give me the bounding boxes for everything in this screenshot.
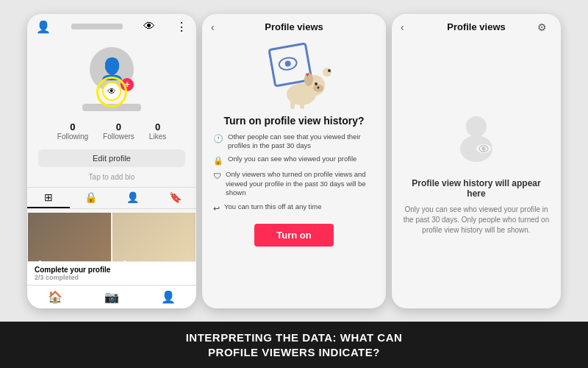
repost-tab[interactable]: 🔖: [154, 188, 197, 208]
video-grid: ▶ 0 ▶ 0: [27, 212, 196, 261]
phone3-title: Profile views: [415, 21, 537, 32]
title-line1: INTERPRETING THE DATA: WHAT CAN: [15, 330, 573, 345]
main-container: 👤 👁 ⋮ 👤 + 👁 0 Following: [0, 0, 588, 368]
person-icon: 👤: [36, 20, 51, 34]
avatar-placeholder-icon: 👤: [99, 57, 125, 81]
add-avatar-button[interactable]: +: [121, 78, 134, 91]
followers-label: Followers: [103, 132, 135, 141]
feature-icon-4: ↩: [213, 203, 220, 213]
empty-illustration: [451, 110, 502, 171]
illustration-area: ♥: [202, 38, 386, 111]
feature-text-1: Other people can see that you viewed the…: [228, 132, 375, 151]
svg-text:♥: ♥: [306, 71, 309, 78]
svg-point-9: [323, 68, 331, 77]
phone3-back-icon[interactable]: ‹: [401, 21, 415, 33]
feature-icon-1: 🕐: [213, 133, 223, 144]
likes-count: 0: [149, 121, 166, 132]
phone3-header: ‹ Profile views ⚙: [392, 14, 561, 38]
following-stat: 0 Following: [57, 121, 88, 141]
phone3-gear-icon[interactable]: ⚙: [537, 21, 552, 33]
empty-title: Profile view history will appear here: [403, 178, 550, 199]
username-bar: [71, 24, 123, 29]
nav-add[interactable]: 📷: [84, 290, 140, 304]
turn-on-section: Turn on profile view history? 🕐 Other pe…: [202, 111, 386, 308]
phone1-header: 👤 👁 ⋮: [27, 14, 196, 40]
turn-on-button-wrapper: Turn on: [213, 218, 375, 250]
svg-rect-12: [290, 100, 295, 109]
svg-point-10: [328, 69, 331, 72]
phone2-header: ‹ Profile views x: [202, 14, 386, 38]
followers-count: 0: [103, 121, 135, 132]
phone2-title: Profile views: [226, 21, 362, 32]
stats-row: 0 Following 0 Followers 0 Likes: [27, 116, 196, 146]
feature-item-2: 🔒 Only you can see who viewed your profi…: [213, 155, 375, 166]
likes-label: Likes: [149, 132, 166, 141]
back-icon[interactable]: ‹: [211, 21, 226, 33]
svg-point-8: [318, 87, 320, 89]
tagged-tab[interactable]: 👤: [112, 188, 154, 208]
following-label: Following: [57, 132, 88, 141]
feature-text-2: Only you can see who viewed your profile: [228, 155, 356, 163]
lock-tab[interactable]: 🔒: [70, 188, 112, 208]
feature-item-4: ↩ You can turn this off at any time: [213, 202, 375, 213]
title-bar: INTERPRETING THE DATA: WHAT CAN PROFILE …: [0, 322, 588, 368]
phone-profile: 👤 👁 ⋮ 👤 + 👁 0 Following: [27, 14, 196, 308]
nav-profile[interactable]: 👤: [140, 290, 196, 304]
feature-item-3: 🛡 Only viewers who turned on profile vie…: [213, 170, 375, 197]
content-tabs: ⊞ 🔒 👤 🔖: [27, 187, 196, 209]
video-thumb-1[interactable]: ▶ 0: [27, 212, 112, 261]
play-icon-1: ▶ 0: [30, 260, 42, 261]
phones-area: 👤 👁 ⋮ 👤 + 👁 0 Following: [0, 0, 588, 322]
play-icon-2: ▶ 0: [115, 260, 126, 261]
feature-icon-2: 🔒: [213, 155, 223, 166]
turn-on-button[interactable]: Turn on: [254, 224, 333, 247]
empty-desc: Only you can see who viewed your profile…: [403, 205, 550, 236]
feature-text-3: Only viewers who turned on profile views…: [226, 170, 375, 197]
empty-person-svg: [451, 110, 502, 162]
nav-home[interactable]: 🏠: [27, 290, 84, 304]
svg-point-2: [284, 60, 291, 67]
feature-icon-3: 🛡: [213, 171, 221, 181]
eye-icon[interactable]: 👁: [143, 20, 155, 33]
complete-profile-title: Complete your profile: [35, 266, 189, 274]
dog-illustration: ♥: [250, 43, 338, 109]
videos-tab[interactable]: ⊞: [27, 188, 70, 208]
svg-point-18: [482, 146, 486, 150]
following-count: 0: [57, 121, 88, 132]
username-display: [82, 104, 141, 111]
turn-on-title: Turn on profile view history?: [213, 115, 375, 127]
feature-text-4: You can turn this off at any time: [224, 202, 322, 211]
phone3-content: Profile view history will appear here On…: [392, 38, 561, 308]
eye-badge[interactable]: 👁: [102, 82, 121, 101]
video-thumb-2[interactable]: ▶ 0: [112, 212, 196, 261]
edit-profile-button[interactable]: Edit profile: [38, 149, 185, 167]
followers-stat: 0 Followers: [103, 121, 135, 141]
avatar-area: 👤 + 👁: [27, 40, 196, 95]
feature-item-1: 🕐 Other people can see that you viewed t…: [213, 132, 375, 151]
bottom-nav: 🏠 📷 👤: [27, 285, 196, 308]
tap-bio-text: Tap to add bio: [27, 170, 196, 184]
feature-list: 🕐 Other people can see that you viewed t…: [213, 132, 375, 213]
complete-profile-bar: Complete your profile 2/3 completed: [27, 261, 196, 285]
likes-stat: 0 Likes: [149, 121, 166, 141]
plus-icon: +: [124, 79, 129, 90]
title-line2: PROFILE VIEWERS INDICATE?: [15, 345, 573, 360]
svg-point-7: [315, 82, 318, 85]
more-icon[interactable]: ⋮: [176, 20, 187, 34]
phone-empty-history: ‹ Profile views ⚙ Profile view: [392, 14, 561, 308]
svg-rect-13: [300, 100, 304, 109]
svg-point-14: [466, 116, 487, 137]
complete-profile-subtitle: 2/3 completed: [35, 274, 189, 281]
phone-turn-on: ‹ Profile views x: [202, 14, 386, 308]
